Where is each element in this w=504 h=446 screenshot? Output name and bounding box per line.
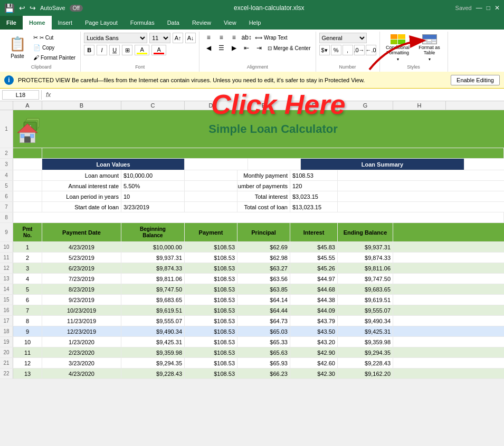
border-button[interactable]: ⊞ — [122, 45, 132, 55]
cut-button[interactable]: ✂✂ Cut — [32, 33, 77, 42]
cell-pmt-18[interactable]: 9 — [13, 326, 42, 336]
cell-6d[interactable]: 10 — [121, 191, 185, 201]
enable-editing-button[interactable]: Enable Editing — [451, 75, 500, 85]
tab-review[interactable]: Review — [186, 16, 217, 30]
cell-date-21[interactable]: 3/23/2020 — [42, 358, 121, 368]
cell-4b[interactable] — [13, 170, 42, 180]
cell-endbal-21[interactable]: $9,228.43 — [338, 358, 393, 368]
close-icon[interactable]: ✕ — [495, 4, 500, 12]
cell-endbal-17[interactable]: $9,490.34 — [338, 316, 393, 326]
cell-interest-14[interactable]: $44.68 — [290, 284, 338, 294]
cell-pmt-19[interactable]: 10 — [13, 337, 42, 347]
col-header-d[interactable]: D — [185, 101, 237, 110]
cell-7f[interactable]: Total cost of loan — [237, 202, 290, 212]
tab-view[interactable]: View — [217, 16, 243, 30]
format-as-table-button[interactable]: Format asTable ▾ — [415, 33, 444, 63]
fill-color-button[interactable]: A — [135, 45, 149, 55]
cell-date-18[interactable]: 12/23/2019 — [42, 326, 121, 336]
font-size-select[interactable]: 11 — [149, 33, 170, 43]
align-top-left-button[interactable]: ≡ — [203, 33, 214, 42]
cell-begbal-12[interactable]: $9,874.33 — [121, 263, 185, 273]
cell-principal-22[interactable]: $66.23 — [237, 369, 290, 379]
paste-button[interactable]: 📋 Paste — [5, 33, 30, 62]
cell-row2-rest[interactable] — [42, 148, 504, 158]
number-format-select[interactable]: General Text Number Currency — [319, 33, 367, 43]
cell-8[interactable] — [13, 212, 504, 222]
cell-date-22[interactable]: 4/23/2020 — [42, 369, 121, 379]
indent-increase-button[interactable]: ⇥ — [253, 43, 265, 53]
cell-4d[interactable]: $10,000.00 — [121, 170, 185, 180]
cell-row3-d[interactable] — [185, 159, 248, 170]
cell-payment-14[interactable]: $108.53 — [185, 284, 237, 294]
align-top-center-button[interactable]: ≡ — [215, 33, 227, 42]
wrap-text-button[interactable]: ⟺ Wrap Text — [253, 33, 289, 42]
th-end-bal[interactable]: Ending Balance — [338, 223, 393, 241]
cell-4f[interactable]: Monthly payment — [237, 170, 290, 180]
cell-interest-21[interactable]: $42.60 — [290, 358, 338, 368]
cell-begbal-14[interactable]: $9,747.50 — [121, 284, 185, 294]
th-pmt[interactable]: PmtNo. — [13, 223, 42, 241]
th-payment[interactable]: Payment — [185, 223, 237, 241]
decrease-decimal-button[interactable]: ←.0 — [366, 45, 376, 55]
cell-begbal-11[interactable]: $9,937.31 — [121, 253, 185, 263]
cell-6c[interactable]: Loan period in years — [42, 191, 121, 201]
cell-date-20[interactable]: 2/23/2020 — [42, 347, 121, 357]
cell-6f[interactable]: Total interest — [237, 191, 290, 201]
tab-home[interactable]: Home — [23, 16, 52, 30]
loan-summary-header[interactable]: Loan Summary — [301, 159, 464, 170]
cell-principal-12[interactable]: $63.27 — [237, 263, 290, 273]
cell-interest-11[interactable]: $45.55 — [290, 253, 338, 263]
cell-endbal-13[interactable]: $9,747.50 — [338, 274, 393, 284]
cell-principal-15[interactable]: $64.14 — [237, 295, 290, 305]
cell-endbal-20[interactable]: $9,294.35 — [338, 347, 393, 357]
cell-date-12[interactable]: 6/23/2019 — [42, 263, 121, 273]
comma-button[interactable]: , — [343, 45, 353, 55]
cell-endbal-18[interactable]: $9,425.31 — [338, 326, 393, 336]
indent-decrease-button[interactable]: ⇤ — [241, 43, 252, 53]
col-header-e[interactable]: E — [237, 101, 290, 110]
cell-principal-18[interactable]: $65.03 — [237, 326, 290, 336]
cell-begbal-22[interactable]: $9,228.43 — [121, 369, 185, 379]
th-interest[interactable]: Interest — [290, 223, 338, 241]
cell-5c[interactable]: Annual interest rate — [42, 181, 121, 191]
merge-center-button[interactable]: ⊡ Merge & Center — [266, 43, 312, 53]
cell-pmt-16[interactable]: 7 — [13, 305, 42, 315]
cell-interest-12[interactable]: $45.26 — [290, 263, 338, 273]
cell-date-19[interactable]: 1/23/2020 — [42, 337, 121, 347]
cell-5b[interactable] — [13, 181, 42, 191]
cell-begbal-17[interactable]: $9,555.07 — [121, 316, 185, 326]
increase-font-button[interactable]: A↑ — [173, 33, 183, 43]
cell-principal-10[interactable]: $62.69 — [237, 242, 290, 252]
th-principal[interactable]: Principal — [237, 223, 290, 241]
cell-interest-16[interactable]: $44.09 — [290, 305, 338, 315]
bold-button[interactable]: B — [84, 45, 94, 55]
cell-a1[interactable]: $ — [13, 110, 42, 148]
cell-principal-14[interactable]: $63.85 — [237, 284, 290, 294]
cell-endbal-22[interactable]: $9,162.20 — [338, 369, 393, 379]
cell-interest-10[interactable]: $45.83 — [290, 242, 338, 252]
cell-interest-17[interactable]: $43.79 — [290, 316, 338, 326]
cell-payment-15[interactable]: $108.53 — [185, 295, 237, 305]
align-center-button[interactable]: ☰ — [215, 43, 227, 53]
undo-icon[interactable]: ↩ — [19, 4, 25, 12]
cell-pmt-15[interactable]: 6 — [13, 295, 42, 305]
cell-pmt-11[interactable]: 2 — [13, 253, 42, 263]
cell-payment-19[interactable]: $108.53 — [185, 337, 237, 347]
cell-payment-11[interactable]: $108.53 — [185, 253, 237, 263]
cell-payment-13[interactable]: $108.53 — [185, 274, 237, 284]
cell-principal-21[interactable]: $65.93 — [237, 358, 290, 368]
cell-title[interactable]: Simple Loan Calculator — [42, 110, 504, 148]
cell-principal-17[interactable]: $64.73 — [237, 316, 290, 326]
cell-5f[interactable]: Number of payments — [237, 181, 290, 191]
cell-date-11[interactable]: 5/23/2019 — [42, 253, 121, 263]
col-header-b[interactable]: B — [42, 101, 121, 110]
cell-endbal-15[interactable]: $9,619.51 — [338, 295, 393, 305]
cell-principal-11[interactable]: $62.98 — [237, 253, 290, 263]
cell-endbal-16[interactable]: $9,555.07 — [338, 305, 393, 315]
cell-begbal-10[interactable]: $10,000.00 — [121, 242, 185, 252]
align-top-right-button[interactable]: ≡ — [228, 33, 240, 42]
cell-begbal-20[interactable]: $9,359.98 — [121, 347, 185, 357]
cell-4c[interactable]: Loan amount — [42, 170, 121, 180]
cell-payment-20[interactable]: $108.53 — [185, 347, 237, 357]
minimize-icon[interactable]: — — [476, 4, 482, 12]
